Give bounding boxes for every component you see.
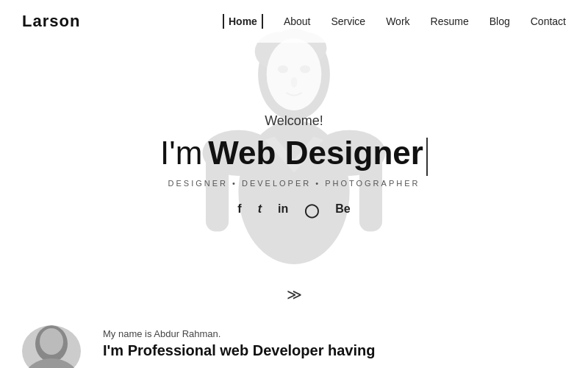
title-cursor: [426, 138, 428, 176]
hero-title-pre: I'm: [160, 135, 202, 171]
nav-item-work[interactable]: Work: [386, 15, 409, 28]
svg-point-11: [300, 66, 310, 74]
nav-item-resume[interactable]: Resume: [431, 15, 469, 28]
about-section: My name is Abdur Rahman. I'm Professiona…: [0, 316, 588, 368]
nav-item-service[interactable]: Service: [331, 15, 365, 28]
svg-point-12: [291, 77, 298, 88]
hero-title-wrapper: I'm Web Designer: [160, 135, 428, 179]
twitter-icon[interactable]: t: [258, 202, 262, 219]
nav-item-contact[interactable]: Contact: [531, 15, 566, 28]
facebook-icon[interactable]: f: [237, 202, 241, 219]
nav-link-blog[interactable]: Blog: [490, 15, 510, 27]
linkedin-icon[interactable]: in: [278, 202, 288, 219]
navbar: Larson Home About Service Work Resume Bl…: [0, 0, 588, 43]
svg-point-14: [24, 358, 79, 368]
hero-title: I'm Web Designer: [160, 135, 423, 171]
svg-point-15: [40, 328, 63, 355]
nav-item-about[interactable]: About: [284, 15, 311, 28]
welcome-text: Welcome!: [160, 113, 428, 129]
nav-link-resume[interactable]: Resume: [431, 15, 469, 27]
hero-title-main: Web Designer: [208, 135, 423, 171]
nav-link-contact[interactable]: Contact: [531, 15, 566, 27]
about-heading: I'm Professional web Developer having: [103, 342, 375, 359]
nav-item-blog[interactable]: Blog: [490, 15, 510, 28]
hero-section: Welcome! I'm Web Designer DESIGNER • DEV…: [0, 0, 588, 316]
svg-point-9: [267, 38, 322, 110]
nav-link-about[interactable]: About: [284, 15, 311, 27]
hero-subtitle: DESIGNER • DEVELOPER • PHOTOGRAPHER: [160, 179, 428, 188]
about-text-block: My name is Abdur Rahman. I'm Professiona…: [103, 325, 375, 359]
brand-logo[interactable]: Larson: [22, 12, 80, 31]
about-intro: My name is Abdur Rahman.: [103, 328, 375, 339]
nav-link-home[interactable]: Home: [223, 14, 263, 29]
about-avatar: [22, 325, 81, 368]
scroll-down-indicator[interactable]: ≫: [287, 287, 302, 302]
nav-menu: Home About Service Work Resume Blog Cont…: [223, 15, 566, 28]
behance-icon[interactable]: Be: [335, 202, 350, 219]
svg-point-10: [278, 66, 288, 74]
avatar-image: [22, 325, 81, 368]
nav-item-home[interactable]: Home: [223, 15, 263, 28]
hero-content: Welcome! I'm Web Designer DESIGNER • DEV…: [160, 113, 428, 219]
instagram-icon[interactable]: ◯: [304, 202, 319, 219]
social-icons-group: f t in ◯ Be: [160, 202, 428, 219]
chevron-down-icon: ≫: [287, 287, 302, 302]
nav-link-service[interactable]: Service: [331, 15, 365, 27]
nav-link-work[interactable]: Work: [386, 15, 409, 27]
